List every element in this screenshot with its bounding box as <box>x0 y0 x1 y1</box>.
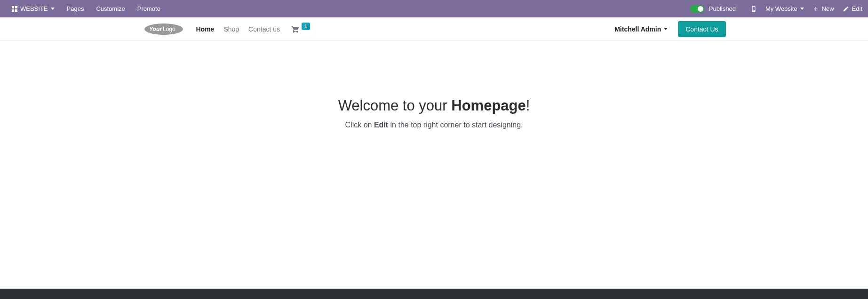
site-nav: Your Logo Home Shop Contact us 1 Mitchel… <box>0 17 868 41</box>
hero-title-post: ! <box>526 97 530 114</box>
nav-contact[interactable]: Contact us <box>248 25 280 33</box>
publish-toggle-group[interactable]: Published <box>684 0 742 17</box>
promote-label: Promote <box>137 5 160 12</box>
hero-sub-bold: Edit <box>374 121 388 129</box>
site-logo[interactable]: Your Logo <box>143 22 185 36</box>
hero-title: Welcome to your Homepage! <box>338 97 530 114</box>
cart-button[interactable]: 1 <box>291 25 310 33</box>
hero-subtitle: Click on Edit in the top right corner to… <box>345 121 523 129</box>
pages-menu[interactable]: Pages <box>61 0 90 17</box>
nav-home[interactable]: Home <box>196 25 215 33</box>
hero-title-bold: Homepage <box>451 97 526 114</box>
logo-text-1: Your <box>149 26 162 32</box>
plus-icon <box>812 6 819 12</box>
hero-sub-post: in the top right corner to start designi… <box>388 121 523 129</box>
new-label: New <box>822 5 834 12</box>
logo-text-2: Logo <box>163 26 175 32</box>
published-toggle[interactable] <box>690 5 704 13</box>
hero-sub-pre: Click on <box>345 121 374 129</box>
my-website-menu[interactable]: My Website <box>765 0 804 17</box>
customize-menu[interactable]: Customize <box>90 0 131 17</box>
caret-down-icon <box>51 8 55 10</box>
website-menu[interactable]: WEBSITE <box>6 0 61 17</box>
customize-label: Customize <box>96 5 125 12</box>
mobile-icon <box>750 6 757 12</box>
cart-icon <box>291 25 300 33</box>
edit-label: Edit <box>852 5 862 12</box>
mobile-preview-button[interactable] <box>750 0 757 17</box>
user-menu[interactable]: Mitchell Admin <box>614 25 668 33</box>
footer-bar <box>0 289 868 299</box>
site-nav-inner: Your Logo Home Shop Contact us 1 Mitchel… <box>143 21 726 37</box>
promote-menu[interactable]: Promote <box>131 0 167 17</box>
admin-bar-right: Published My Website New Edit <box>684 0 862 17</box>
pages-label: Pages <box>67 5 84 12</box>
pencil-icon <box>843 6 849 12</box>
logo-icon: Your Logo <box>143 22 185 36</box>
apps-icon <box>12 6 17 12</box>
site-nav-right: Mitchell Admin Contact Us <box>614 21 725 37</box>
website-menu-label: WEBSITE <box>20 5 48 12</box>
user-name: Mitchell Admin <box>614 25 661 33</box>
hero-title-pre: Welcome to your <box>338 97 452 114</box>
contact-us-button[interactable]: Contact Us <box>678 21 725 37</box>
new-button[interactable]: New <box>812 0 834 17</box>
published-label: Published <box>709 5 736 12</box>
my-website-label: My Website <box>765 5 797 12</box>
caret-down-icon <box>800 8 804 10</box>
caret-down-icon <box>664 28 668 30</box>
admin-bar-left: WEBSITE Pages Customize Promote <box>6 0 167 17</box>
main-content: Welcome to your Homepage! Click on Edit … <box>0 41 868 289</box>
nav-shop[interactable]: Shop <box>223 25 239 33</box>
nav-links: Home Shop Contact us <box>196 25 280 33</box>
edit-button[interactable]: Edit <box>843 0 862 17</box>
cart-badge: 1 <box>302 23 310 30</box>
admin-bar: WEBSITE Pages Customize Promote Publishe… <box>0 0 868 17</box>
